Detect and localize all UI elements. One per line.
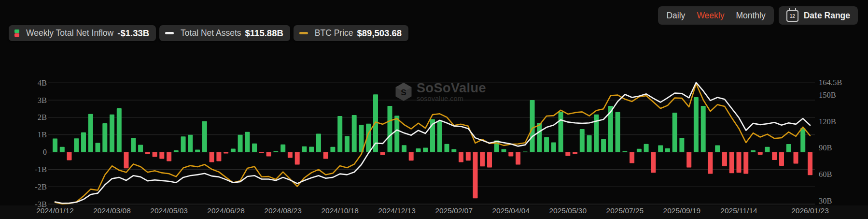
- inflow-bar[interactable]: [159, 152, 164, 159]
- inflow-bar[interactable]: [686, 152, 691, 168]
- inflow-bar[interactable]: [530, 100, 535, 152]
- inflow-bar[interactable]: [665, 148, 670, 152]
- inflow-bar[interactable]: [323, 152, 328, 159]
- inflow-bar[interactable]: [794, 152, 798, 164]
- inflow-bar[interactable]: [651, 152, 656, 173]
- inflow-bar[interactable]: [394, 116, 399, 152]
- inflow-bar[interactable]: [551, 143, 556, 152]
- inflow-bar[interactable]: [502, 149, 506, 152]
- inflow-bar[interactable]: [330, 147, 335, 152]
- tab-monthly[interactable]: Monthly: [730, 6, 771, 25]
- inflow-bar[interactable]: [259, 152, 264, 153]
- inflow-bar[interactable]: [679, 138, 684, 152]
- inflow-bar[interactable]: [466, 152, 471, 161]
- inflow-bar[interactable]: [523, 152, 528, 152]
- inflow-bar[interactable]: [729, 152, 734, 174]
- inflow-bar[interactable]: [309, 147, 314, 152]
- inflow-bar[interactable]: [416, 148, 421, 152]
- inflow-bar[interactable]: [565, 152, 570, 156]
- inflow-bar[interactable]: [437, 121, 442, 152]
- inflow-bar[interactable]: [800, 128, 805, 152]
- inflow-bar[interactable]: [758, 152, 763, 155]
- inflow-bar[interactable]: [316, 134, 321, 152]
- legend-item-weekly-net-inflow[interactable]: Weekly Total Net Inflow -$1.33B: [9, 25, 156, 41]
- inflow-bar[interactable]: [174, 150, 179, 152]
- inflow-bar[interactable]: [231, 148, 236, 152]
- inflow-bar[interactable]: [601, 139, 606, 152]
- inflow-bar[interactable]: [402, 145, 406, 152]
- inflow-bar[interactable]: [216, 152, 221, 161]
- inflow-bar[interactable]: [672, 113, 677, 152]
- inflow-bar[interactable]: [337, 116, 342, 152]
- inflow-bar[interactable]: [637, 149, 642, 152]
- inflow-bar[interactable]: [102, 123, 107, 152]
- inflow-bar[interactable]: [280, 145, 285, 152]
- inflow-bar[interactable]: [622, 151, 627, 152]
- inflow-bar[interactable]: [722, 152, 727, 166]
- inflow-bar[interactable]: [238, 135, 243, 152]
- inflow-bar[interactable]: [245, 132, 250, 152]
- inflow-bar[interactable]: [88, 114, 93, 152]
- inflow-bar[interactable]: [743, 152, 748, 174]
- inflow-bar[interactable]: [587, 135, 592, 152]
- inflow-bar[interactable]: [715, 146, 720, 152]
- inflow-bar[interactable]: [202, 121, 207, 152]
- inflow-bar[interactable]: [266, 152, 271, 157]
- inflow-bar[interactable]: [67, 152, 72, 161]
- inflow-bar[interactable]: [480, 152, 485, 167]
- inflow-bar[interactable]: [131, 138, 136, 152]
- inflow-bar[interactable]: [630, 152, 634, 163]
- inflow-bar[interactable]: [117, 108, 122, 152]
- inflow-bar[interactable]: [772, 152, 777, 161]
- inflow-bar[interactable]: [380, 152, 385, 155]
- inflow-bar[interactable]: [288, 152, 293, 158]
- inflow-bar[interactable]: [786, 144, 791, 152]
- inflow-bar[interactable]: [487, 152, 492, 168]
- legend-item-total-net-assets[interactable]: Total Net Assets $115.88B: [159, 25, 290, 41]
- inflow-bar[interactable]: [302, 146, 307, 152]
- inflow-bar[interactable]: [516, 152, 520, 165]
- inflow-bar[interactable]: [708, 152, 713, 174]
- inflow-bar[interactable]: [145, 152, 150, 154]
- inflow-bar[interactable]: [473, 152, 478, 199]
- inflow-bar[interactable]: [658, 146, 663, 152]
- inflow-bar[interactable]: [138, 145, 143, 152]
- inflow-bar[interactable]: [295, 152, 300, 165]
- inflow-bar[interactable]: [273, 151, 278, 152]
- inflow-bar[interactable]: [580, 129, 585, 152]
- inflow-bar[interactable]: [559, 112, 563, 152]
- tab-daily[interactable]: Daily: [660, 6, 691, 25]
- inflow-bar[interactable]: [252, 144, 257, 152]
- inflow-bar[interactable]: [153, 152, 157, 157]
- inflow-bar[interactable]: [124, 152, 129, 169]
- inflow-bar[interactable]: [694, 97, 699, 152]
- legend-item-btc-price[interactable]: BTC Price $89,503.68: [294, 25, 408, 41]
- inflow-bar[interactable]: [751, 150, 756, 152]
- inflow-bar[interactable]: [808, 152, 812, 175]
- inflow-bar[interactable]: [765, 147, 770, 152]
- inflow-bar[interactable]: [616, 112, 620, 152]
- inflow-bar[interactable]: [345, 136, 350, 152]
- inflow-bar[interactable]: [573, 152, 577, 154]
- inflow-bar[interactable]: [537, 123, 542, 152]
- inflow-bar[interactable]: [53, 139, 57, 152]
- inflow-bar[interactable]: [96, 143, 100, 152]
- inflow-bar[interactable]: [737, 152, 742, 173]
- inflow-bar[interactable]: [352, 115, 357, 152]
- inflow-bar[interactable]: [423, 148, 428, 152]
- inflow-bar[interactable]: [644, 144, 649, 152]
- inflow-bar[interactable]: [181, 136, 186, 152]
- inflow-bar[interactable]: [388, 106, 392, 152]
- inflow-bar[interactable]: [81, 132, 86, 152]
- inflow-bar[interactable]: [451, 149, 456, 152]
- inflow-bar[interactable]: [508, 152, 513, 157]
- inflow-bar[interactable]: [445, 144, 449, 152]
- inflow-bar[interactable]: [167, 152, 171, 161]
- inflow-bar[interactable]: [60, 147, 65, 152]
- inflow-bar[interactable]: [195, 150, 200, 152]
- inflow-bar[interactable]: [74, 138, 79, 152]
- inflow-bar[interactable]: [409, 152, 414, 161]
- inflow-bar[interactable]: [188, 135, 193, 152]
- inflow-bar[interactable]: [110, 115, 114, 152]
- date-range-button[interactable]: 12 Date Range: [779, 6, 858, 25]
